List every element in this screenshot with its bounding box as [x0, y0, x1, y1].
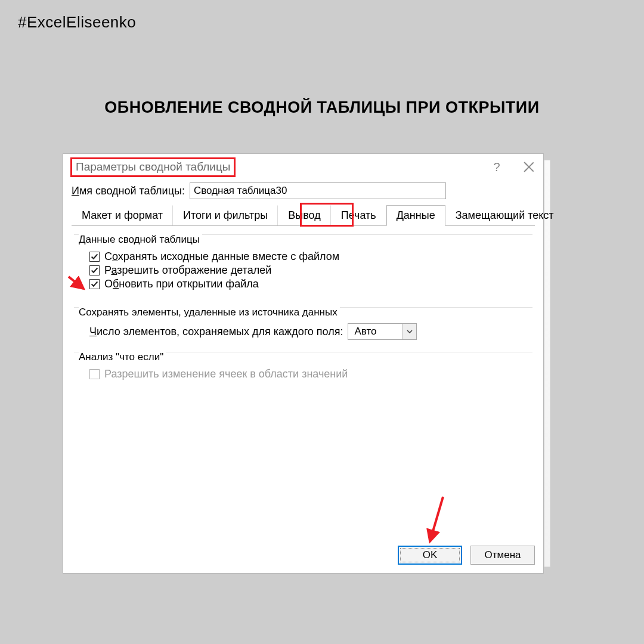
checkbox-enable-show-details[interactable]: Разрешить отображение деталей	[89, 264, 528, 277]
cancel-button[interactable]: Отмена	[470, 546, 535, 565]
group-retain-items: Сохранять элементы, удаленные из источни…	[74, 304, 532, 342]
chevron-down-icon	[402, 324, 416, 339]
tab-печать[interactable]: Печать	[331, 205, 386, 225]
retain-count-row: Число элементов, сохраняемых для каждого…	[79, 323, 528, 340]
pivot-name-label: Имя сводной таблицы:	[72, 185, 185, 197]
checkbox-enable-cell-editing: Разрешить изменение ячеек в области знач…	[89, 368, 528, 380]
page-heading: ОБНОВЛЕНИЕ СВОДНОЙ ТАБЛИЦЫ ПРИ ОТКРЫТИИ	[0, 98, 644, 117]
pivot-name-input[interactable]	[190, 182, 446, 199]
group-whatif: Анализ "что если" Разрешить изменение яч…	[74, 348, 532, 388]
group-pivot-data-legend: Данные сводной таблицы	[79, 234, 202, 246]
close-icon[interactable]	[523, 161, 535, 173]
tab-данные[interactable]: Данные	[386, 205, 445, 226]
tab-макет-и-формат[interactable]: Макет и формат	[72, 205, 173, 225]
checkbox-refresh-on-open[interactable]: Обновить при открытии файла	[89, 278, 528, 290]
tab-вывод[interactable]: Вывод	[278, 205, 330, 225]
dialog-titlebar: Параметры сводной таблицы ?	[63, 154, 543, 180]
retain-count-dropdown[interactable]: Авто	[348, 323, 417, 340]
hashtag-label: #ExcelEliseenko	[18, 13, 136, 32]
group-pivot-data: Данные сводной таблицы Сохранять исходны…	[74, 231, 532, 298]
arrow-annotation-icon	[424, 494, 448, 547]
help-icon[interactable]: ?	[490, 160, 504, 174]
group-retain-legend: Сохранять элементы, удаленные из источни…	[79, 306, 340, 318]
pivot-name-row: Имя сводной таблицы:	[72, 182, 535, 199]
pivot-table-options-dialog: Параметры сводной таблицы ? Имя сводной …	[63, 153, 544, 574]
group-whatif-legend: Анализ "что если"	[79, 351, 166, 363]
tab-замещающий-текст[interactable]: Замещающий текст	[445, 205, 564, 225]
dialog-title: Параметры сводной таблицы	[70, 157, 236, 177]
tabs: Макет и форматИтоги и фильтрыВыводПечать…	[72, 205, 535, 226]
checkbox-save-source-data[interactable]: Сохранять исходные данные вместе с файло…	[89, 250, 528, 263]
tab-итоги-и-фильтры[interactable]: Итоги и фильтры	[173, 205, 278, 225]
ok-button[interactable]: OK	[398, 546, 462, 565]
